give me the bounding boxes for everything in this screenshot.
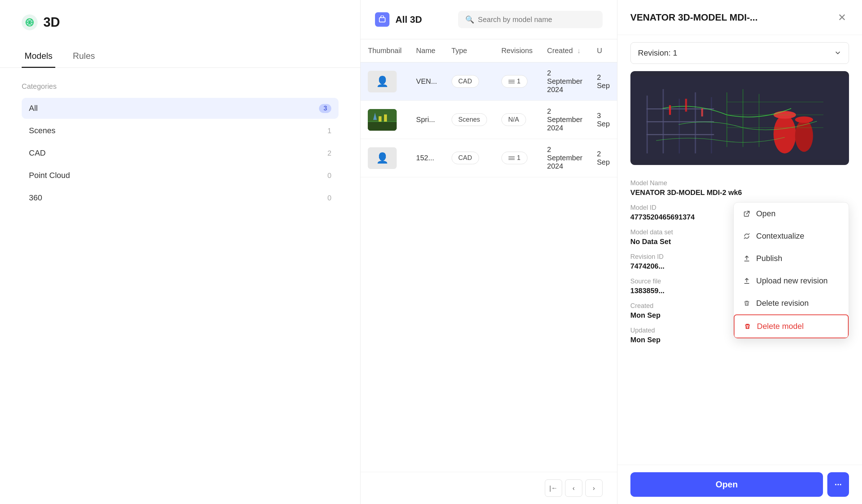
sidebar-item-scenes-count: 1: [327, 127, 331, 135]
app-header: 3D: [0, 14, 360, 45]
sidebar-item-pointcloud[interactable]: Point Cloud 0: [22, 165, 339, 186]
pagination-first[interactable]: |←: [545, 479, 562, 497]
close-button[interactable]: ✕: [835, 10, 849, 25]
cell-thumbnail-3: 👤: [361, 139, 409, 177]
open-button[interactable]: Open: [630, 472, 823, 497]
main-content: All 3D 🔍 Thumbnail Name Type Revisions C…: [361, 0, 617, 504]
pagination: |← ‹ ›: [361, 472, 617, 504]
context-menu: Open Contextualize Publish Upload new re…: [733, 202, 849, 339]
cell-name-1: VEN...: [409, 62, 444, 101]
cell-created-3: 2 September 2024: [540, 139, 590, 177]
right-panel: VENATOR 3D-MODEL MDI-... ✕ Revision: 1: [617, 0, 862, 504]
thumbnail-placeholder-1: 👤: [368, 71, 397, 92]
sidebar-item-scenes-label: Scenes: [29, 126, 55, 135]
more-button[interactable]: ···: [827, 472, 849, 497]
thumbnail-scene-2: [368, 109, 397, 131]
table-row[interactable]: 👤 152... CAD 1 2 September 2024 2: [361, 139, 617, 177]
sort-icon: ↓: [577, 47, 581, 55]
revision-label: Revision: 1: [638, 48, 677, 58]
chevron-down-icon: [834, 49, 841, 57]
upload-revision-icon: [742, 277, 751, 284]
revision-badge-3: 1: [501, 152, 527, 164]
table-row[interactable]: Spri... Scenes N/A 2 September 2024 3 Se…: [361, 101, 617, 139]
content-title: All 3D: [395, 14, 422, 25]
col-created: Created ↓: [540, 39, 590, 62]
cell-revisions-1: 1: [494, 62, 540, 101]
left-panel: 3D Models Rules Categories All 3 Scenes …: [0, 0, 361, 504]
menu-delete-model-label: Delete model: [757, 322, 804, 331]
svg-point-4: [29, 21, 31, 23]
app-title: 3D: [43, 15, 60, 30]
cell-created-2: 2 September 2024: [540, 101, 590, 139]
trash-model-icon: [743, 323, 752, 330]
menu-item-contextualize[interactable]: Contextualize: [734, 225, 849, 247]
type-badge-3: CAD: [452, 152, 479, 164]
sidebar-item-cad[interactable]: CAD 2: [22, 143, 339, 164]
svg-rect-18: [646, 108, 714, 109]
svg-rect-32: [685, 99, 687, 112]
menu-upload-revision-label: Upload new revision: [756, 276, 828, 286]
cell-name-2: Spri...: [409, 101, 444, 139]
right-panel-header: VENATOR 3D-MODEL MDI-... ✕: [617, 0, 862, 35]
3d-icon: [375, 12, 389, 27]
svg-rect-17: [711, 97, 712, 153]
svg-point-21: [773, 115, 796, 153]
sidebar-item-cad-label: CAD: [29, 148, 46, 158]
svg-rect-31: [669, 105, 671, 115]
search-icon: 🔍: [465, 15, 474, 24]
refresh-icon: [742, 233, 751, 240]
svg-point-24: [795, 117, 813, 123]
cell-updated-1: 2 Sep: [590, 62, 617, 101]
cell-updated-3: 2 Sep: [590, 139, 617, 177]
search-box[interactable]: 🔍: [458, 11, 603, 28]
cell-type-3: CAD: [444, 139, 494, 177]
trash-revision-icon: [742, 300, 751, 307]
external-link-icon: [742, 210, 751, 217]
menu-item-publish[interactable]: Publish: [734, 247, 849, 270]
svg-point-22: [795, 120, 813, 152]
models-table: Thumbnail Name Type Revisions Created ↓ …: [361, 39, 617, 177]
menu-item-open[interactable]: Open: [734, 203, 849, 225]
placeholder-icon-3: 👤: [376, 152, 389, 164]
menu-contextualize-label: Contextualize: [756, 231, 804, 241]
cell-type-2: Scenes: [444, 101, 494, 139]
sidebar-item-pointcloud-label: Point Cloud: [29, 171, 70, 180]
menu-item-upload-revision[interactable]: Upload new revision: [734, 270, 849, 292]
menu-open-label: Open: [756, 209, 776, 218]
col-name: Name: [409, 39, 444, 62]
model-name-label: Model Name: [630, 179, 849, 187]
sidebar-item-cad-count: 2: [327, 149, 331, 157]
sidebar-item-360[interactable]: 360 0: [22, 187, 339, 208]
publish-icon: [742, 255, 751, 262]
table-row[interactable]: 👤 VEN... CAD 1 2 September 2024 2: [361, 62, 617, 101]
revision-dropdown[interactable]: Revision: 1: [630, 42, 849, 64]
menu-item-delete-model[interactable]: Delete model: [734, 314, 849, 338]
table-container: Thumbnail Name Type Revisions Created ↓ …: [361, 39, 617, 472]
svg-rect-33: [701, 108, 703, 116]
tabs-nav: Models Rules: [0, 45, 360, 68]
tab-rules[interactable]: Rules: [70, 45, 98, 68]
sidebar-item-360-count: 0: [327, 194, 331, 202]
revision-badge-1: 1: [501, 75, 527, 88]
pagination-prev[interactable]: ‹: [565, 479, 582, 497]
sidebar-item-all[interactable]: All 3: [22, 98, 339, 119]
revision-badge-2: N/A: [501, 113, 526, 126]
menu-delete-revision-label: Delete revision: [756, 299, 809, 308]
sidebar-item-all-label: All: [29, 104, 38, 113]
sidebar-item-scenes[interactable]: Scenes 1: [22, 120, 339, 141]
search-input[interactable]: [478, 16, 595, 24]
right-panel-title: VENATOR 3D-MODEL MDI-...: [630, 12, 758, 23]
cell-updated-2: 3 Sep: [590, 101, 617, 139]
pagination-next[interactable]: ›: [585, 479, 603, 497]
model-preview: [630, 71, 849, 165]
svg-rect-10: [368, 122, 397, 131]
cell-thumbnail-2: [361, 101, 409, 139]
menu-publish-label: Publish: [756, 254, 782, 263]
svg-rect-15: [678, 99, 680, 153]
type-badge-1: CAD: [452, 75, 479, 88]
model-name-value: VENATOR 3D-MODEL MDI-2 wk6: [630, 188, 849, 197]
placeholder-icon-1: 👤: [376, 75, 389, 87]
svg-rect-13: [646, 96, 648, 153]
tab-models[interactable]: Models: [22, 45, 55, 68]
menu-item-delete-revision[interactable]: Delete revision: [734, 292, 849, 314]
